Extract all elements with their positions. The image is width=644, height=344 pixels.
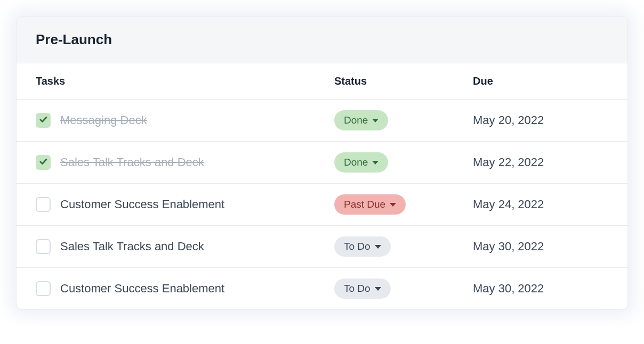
chevron-down-icon xyxy=(375,287,381,291)
task-name[interactable]: Messaging Deck xyxy=(60,113,147,127)
section-title: Pre-Launch xyxy=(36,31,608,48)
status-dropdown[interactable]: Done xyxy=(334,152,388,173)
column-header-due: Due xyxy=(473,75,608,87)
chevron-down-icon xyxy=(375,245,381,249)
status-dropdown[interactable]: Done xyxy=(334,110,388,130)
due-date: May 24, 2022 xyxy=(473,198,608,211)
task-cell: Sales Talk Tracks and Deck xyxy=(36,239,334,254)
task-rows-container: Messaging DeckDoneMay 20, 2022Sales Talk… xyxy=(17,100,627,309)
task-cell: Messaging Deck xyxy=(36,113,334,128)
column-header-tasks: Tasks xyxy=(36,75,334,87)
task-section-card: Pre-Launch Tasks Status Due Messaging De… xyxy=(16,16,628,310)
task-name[interactable]: Sales Talk Tracks and Deck xyxy=(60,240,204,253)
status-cell: Done xyxy=(334,110,473,130)
check-icon xyxy=(38,114,48,126)
task-name[interactable]: Customer Success Enablement xyxy=(60,198,224,211)
status-label: To Do xyxy=(344,241,371,252)
status-label: Done xyxy=(344,114,368,126)
task-cell: Sales Talk Tracks and Deck xyxy=(36,155,334,170)
chevron-down-icon xyxy=(390,203,396,207)
due-date: May 20, 2022 xyxy=(473,113,608,127)
due-date: May 22, 2022 xyxy=(473,155,608,169)
due-date: May 30, 2022 xyxy=(473,240,608,253)
status-label: Done xyxy=(344,157,368,168)
status-cell: To Do xyxy=(334,279,473,299)
task-name[interactable]: Sales Talk Tracks and Deck xyxy=(60,155,204,169)
task-row: Sales Talk Tracks and DeckTo DoMay 30, 2… xyxy=(17,226,627,268)
task-row: Sales Talk Tracks and DeckDoneMay 22, 20… xyxy=(17,142,627,184)
check-icon xyxy=(38,157,48,168)
task-cell: Customer Success Enablement xyxy=(36,197,334,212)
due-date: May 30, 2022 xyxy=(473,282,608,296)
task-name[interactable]: Customer Success Enablement xyxy=(60,282,224,296)
task-row: Messaging DeckDoneMay 20, 2022 xyxy=(17,100,627,142)
task-checkbox[interactable] xyxy=(36,239,51,254)
task-cell: Customer Success Enablement xyxy=(36,281,334,296)
status-label: Past Due xyxy=(344,199,385,210)
task-row: Customer Success EnablementPast DueMay 2… xyxy=(17,184,627,226)
status-cell: Done xyxy=(334,152,473,173)
task-checkbox[interactable] xyxy=(36,281,51,296)
status-dropdown[interactable]: To Do xyxy=(334,279,391,299)
status-cell: To Do xyxy=(334,236,473,257)
task-checkbox[interactable] xyxy=(36,113,51,128)
column-header-status: Status xyxy=(334,75,473,87)
status-dropdown[interactable]: Past Due xyxy=(334,194,406,215)
task-row: Customer Success EnablementTo DoMay 30, … xyxy=(17,268,627,309)
task-checkbox[interactable] xyxy=(36,155,51,170)
card-header: Pre-Launch xyxy=(17,17,627,63)
chevron-down-icon xyxy=(372,161,379,165)
status-label: To Do xyxy=(344,283,371,294)
chevron-down-icon xyxy=(372,119,379,122)
column-header-row: Tasks Status Due xyxy=(17,63,627,100)
status-cell: Past Due xyxy=(334,194,473,215)
status-dropdown[interactable]: To Do xyxy=(334,236,391,257)
task-checkbox[interactable] xyxy=(36,197,51,212)
